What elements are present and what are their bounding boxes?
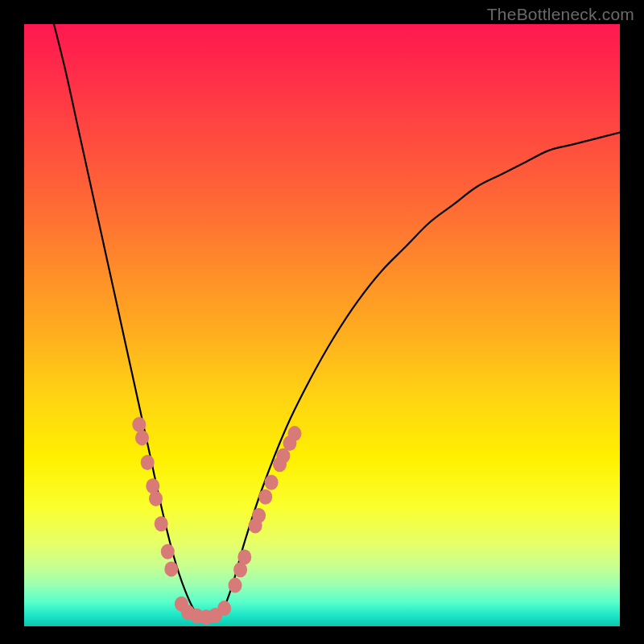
bottleneck-curve <box>54 24 620 621</box>
data-marker <box>252 508 266 523</box>
data-marker <box>135 430 149 445</box>
data-marker <box>258 489 272 505</box>
data-marker <box>265 475 279 490</box>
data-marker <box>229 578 242 593</box>
data-marker <box>237 550 251 565</box>
data-marker <box>164 561 178 576</box>
data-marker <box>155 516 168 531</box>
data-markers <box>132 417 301 625</box>
data-marker <box>149 491 163 506</box>
chart-overlay <box>24 24 620 626</box>
data-marker <box>141 455 155 470</box>
data-marker <box>217 601 231 616</box>
data-marker <box>288 426 302 441</box>
data-marker <box>132 417 146 432</box>
watermark-text: TheBottleneck.com <box>487 5 634 24</box>
data-marker <box>161 544 175 559</box>
chart-frame: TheBottleneck.com <box>0 0 644 644</box>
